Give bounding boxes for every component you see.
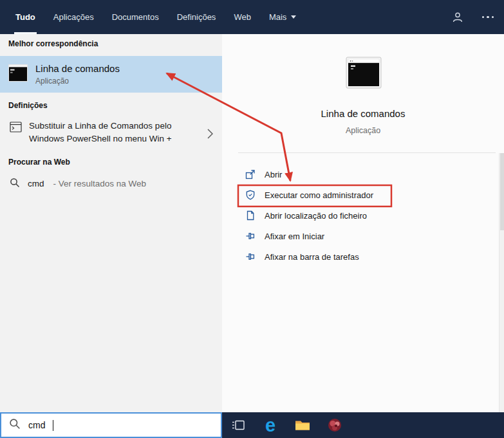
search-input[interactable]: cmd — [0, 412, 222, 438]
tab-documentos[interactable]: Documentos — [111, 0, 160, 34]
task-view-icon[interactable] — [230, 412, 246, 438]
tab-label: Aplicações — [53, 12, 94, 22]
search-results-panel: Melhor correspondência Linha de comandos… — [0, 34, 222, 412]
search-icon — [9, 418, 21, 432]
action-abrir[interactable]: Abrir — [222, 164, 504, 185]
web-query-text: cmd — [28, 179, 44, 188]
edge-icon[interactable]: e — [263, 412, 278, 438]
action-label: Abrir — [265, 170, 282, 179]
tab-label: Definições — [177, 12, 216, 22]
action-afixar-barra-tarefas[interactable]: Afixar na barra de tarefas — [222, 246, 504, 267]
settings-item-label: Substituir a Linha de Comandos pelo Wind… — [29, 120, 198, 152]
more-options-ellipsis-icon[interactable] — [482, 16, 494, 19]
search-filter-bar: Tudo Aplicações Documentos Definições We… — [0, 0, 504, 34]
settings-section-header: Definições — [8, 101, 48, 110]
tab-definicoes[interactable]: Definições — [176, 0, 218, 34]
chevron-right-icon[interactable] — [207, 129, 213, 139]
command-prompt-icon — [8, 64, 28, 84]
windows-search-flyout: Tudo Aplicações Documentos Definições We… — [0, 0, 504, 438]
tab-label: Documentos — [112, 12, 159, 22]
action-afixar-iniciar[interactable]: Afixar em Iniciar — [222, 226, 504, 246]
file-explorer-icon[interactable] — [295, 412, 310, 438]
tab-tudo[interactable]: Tudo — [14, 0, 37, 34]
action-label: Afixar na barra de tarefas — [265, 252, 359, 262]
result-best-match[interactable]: Linha de comandos Aplicação — [0, 56, 222, 93]
action-executar-como-administrador[interactable]: Executar como administrador — [222, 185, 504, 205]
action-label: Executar como administrador — [265, 190, 373, 200]
shield-icon — [245, 190, 256, 200]
preview-title: Linha de comandos — [222, 108, 504, 119]
feedback-person-icon[interactable] — [451, 11, 464, 24]
command-prompt-outline-icon — [10, 122, 22, 152]
filter-tabs: Tudo Aplicações Documentos Definições We… — [14, 0, 313, 34]
tab-label: Web — [234, 12, 251, 22]
result-web-search[interactable]: cmd - Ver resultados na Web — [0, 172, 222, 195]
topbar-actions — [451, 0, 494, 34]
result-subtitle: Aplicação — [35, 77, 120, 86]
web-suffix-text: - Ver resultados na Web — [53, 179, 147, 188]
open-icon — [245, 169, 256, 179]
search-input-value: cmd — [28, 420, 45, 430]
tab-mais[interactable]: Mais — [268, 0, 297, 34]
tab-aplicacoes[interactable]: Aplicações — [52, 0, 95, 34]
result-settings-item[interactable]: Substituir a Linha de Comandos pelo Wind… — [0, 115, 222, 152]
search-icon — [10, 178, 20, 190]
action-abrir-localizacao[interactable]: Abrir localização do ficheiro — [222, 205, 504, 226]
preview-subtitle: Aplicação — [222, 126, 504, 135]
best-match-section-header: Melhor correspondência — [8, 39, 98, 48]
taskbar: e — [222, 412, 504, 438]
scrollbar[interactable] — [499, 153, 504, 412]
pin-icon — [245, 231, 256, 241]
divider — [238, 152, 496, 153]
tab-web[interactable]: Web — [232, 0, 252, 34]
pin-icon — [245, 251, 256, 262]
chevron-down-icon — [291, 15, 296, 19]
scrollbar-thumb[interactable] — [500, 153, 504, 230]
text-cursor — [53, 420, 53, 431]
command-prompt-large-icon — [346, 57, 382, 89]
best-match-text: Linha de comandos Aplicação — [35, 63, 120, 86]
result-title: Linha de comandos — [35, 63, 120, 74]
web-section-header: Procurar na Web — [8, 158, 70, 167]
action-label: Afixar em Iniciar — [265, 232, 324, 241]
tab-label: Tudo — [15, 12, 35, 22]
tab-label: Mais — [269, 12, 286, 22]
file-location-icon — [245, 210, 256, 221]
app-icon[interactable] — [327, 412, 342, 438]
action-label: Abrir localização do ficheiro — [265, 211, 367, 221]
preview-panel: Linha de comandos Aplicação Abrir Execut… — [222, 34, 504, 412]
